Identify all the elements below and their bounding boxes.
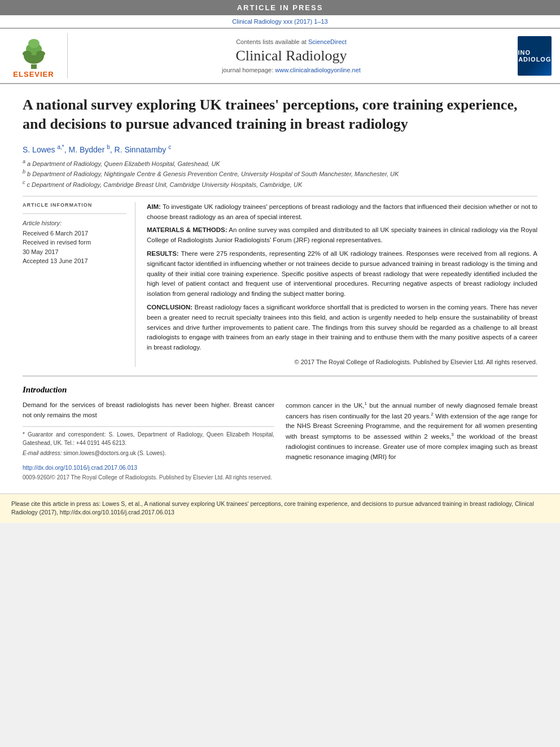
svg-point-3 — [28, 39, 40, 48]
affiliation-a: a Department of Radiology, Queen Elizabe… — [27, 160, 220, 167]
doi-text: Clinical Radiology xxx (2017) 1–13 — [232, 18, 327, 25]
elsevier-label: ELSEVIER — [13, 70, 54, 78]
svg-rect-0 — [31, 64, 37, 69]
affiliations: a a Department of Radiology, Queen Eliza… — [23, 158, 537, 189]
authors-line: S. Lowes a,*, M. Bydder b, R. Sinnatamby… — [23, 144, 537, 154]
journal-homepage-link[interactable]: www.clinicalradiologyonline.net — [275, 67, 361, 73]
svg-point-4 — [23, 51, 32, 56]
affiliation-b: b Department of Radiology, Nightingale C… — [27, 171, 399, 177]
citation-text: Please cite this article in press as: Lo… — [11, 500, 534, 516]
abstract-content: AIM: To investigate UK radiology trainee… — [147, 202, 537, 367]
journal-header: ELSEVIER Contents lists available at Sci… — [0, 28, 560, 84]
intro-right-para: common cancer in the UK,1 but the annual… — [286, 400, 537, 462]
intro-col-right: common cancer in the UK,1 but the annual… — [286, 400, 537, 482]
citation-bar: Please cite this article in press as: Lo… — [0, 493, 560, 523]
doi-link-area: http://dx.doi.org/10.1016/j.crad.2017.06… — [23, 463, 274, 472]
history-label: Article history: — [23, 220, 126, 226]
footnote-email: E-mail address: simon.lowes@doctors.org.… — [23, 449, 274, 457]
footnote-1: * Guarantor and correspondent: S. Lowes,… — [23, 430, 274, 447]
article-in-press-banner: ARTICLE IN PRESS — [0, 0, 560, 15]
abstract-methods: MATERIALS & METHODS: An online survey wa… — [147, 225, 537, 246]
introduction-heading: Introduction — [23, 385, 537, 395]
cr-logo-area: SINORADIOLOGY — [515, 36, 554, 76]
sciencedirect-label: Contents lists available at — [236, 38, 307, 45]
abstract-aim-text: To investigate UK radiology trainees' pe… — [147, 203, 537, 220]
history-accepted: Accepted 13 June 2017 — [23, 256, 126, 266]
divider-1 — [23, 196, 537, 196]
sciencedirect-link[interactable]: ScienceDirect — [308, 38, 347, 45]
abstract-conclusion: CONCLUSION: Breast radiology faces a sig… — [147, 303, 537, 353]
abstract-conclusion-text: Breast radiology faces a significant wor… — [147, 304, 537, 351]
abstract-results-text: There were 275 respondents, representing… — [147, 250, 537, 297]
history-revised-label: Received in revised form — [23, 238, 126, 247]
banner-text: ARTICLE IN PRESS — [237, 3, 323, 12]
divider-info — [23, 213, 126, 214]
abstract-section: ARTICLE INFORMATION Article history: Rec… — [23, 202, 537, 367]
journal-title: Clinical Radiology — [73, 47, 509, 64]
email-label: E-mail address: — [23, 450, 62, 456]
article-info-label: ARTICLE INFORMATION — [23, 202, 126, 208]
intro-left-para: Demand for the services of breast radiol… — [23, 400, 274, 421]
email-link[interactable]: simon.lowes@doctors.org.uk — [63, 450, 136, 456]
article-info-column: ARTICLE INFORMATION Article history: Rec… — [23, 202, 135, 367]
abstract-aim: AIM: To investigate UK radiology trainee… — [147, 202, 537, 222]
article-body: A national survey exploring UK trainees'… — [0, 84, 560, 493]
footnote-area: * Guarantor and correspondent: S. Lowes,… — [23, 426, 274, 457]
doi-link[interactable]: http://dx.doi.org/10.1016/j.crad.2017.06… — [23, 464, 137, 471]
article-title: A national survey exploring UK trainees'… — [23, 95, 537, 134]
email-name: (S. Lowes). — [138, 450, 167, 456]
homepage-label: journal homepage: — [222, 67, 273, 73]
main-columns: Demand for the services of breast radiol… — [23, 400, 537, 482]
elsevier-tree-icon — [11, 33, 56, 70]
history-revised-date: 30 May 2017 — [23, 247, 126, 257]
affiliation-c: c Department of Radiology, Cambridge Bre… — [27, 181, 303, 187]
journal-center-info: Contents lists available at ScienceDirec… — [73, 38, 509, 73]
journal-homepage-line: journal homepage: www.clinicalradiologyo… — [73, 67, 509, 73]
history-received: Received 6 March 2017 — [23, 229, 126, 238]
svg-point-5 — [36, 51, 45, 56]
abstract-results: RESULTS: There were 275 respondents, rep… — [147, 249, 537, 299]
issn-line: 0009-9260/© 2017 The Royal College of Ra… — [23, 473, 274, 482]
doi-line: Clinical Radiology xxx (2017) 1–13 — [0, 15, 560, 28]
sciencedirect-line: Contents lists available at ScienceDirec… — [73, 38, 509, 45]
cr-logo-text: SINORADIOLOGY — [513, 49, 556, 63]
divider-thick — [23, 375, 537, 377]
cr-logo-box: SINORADIOLOGY — [518, 36, 552, 76]
elsevier-logo-area: ELSEVIER — [6, 33, 68, 78]
intro-col-left: Demand for the services of breast radiol… — [23, 400, 274, 482]
page: ARTICLE IN PRESS Clinical Radiology xxx … — [0, 0, 560, 523]
copyright-line: © 2017 The Royal College of Radiologists… — [147, 357, 537, 367]
